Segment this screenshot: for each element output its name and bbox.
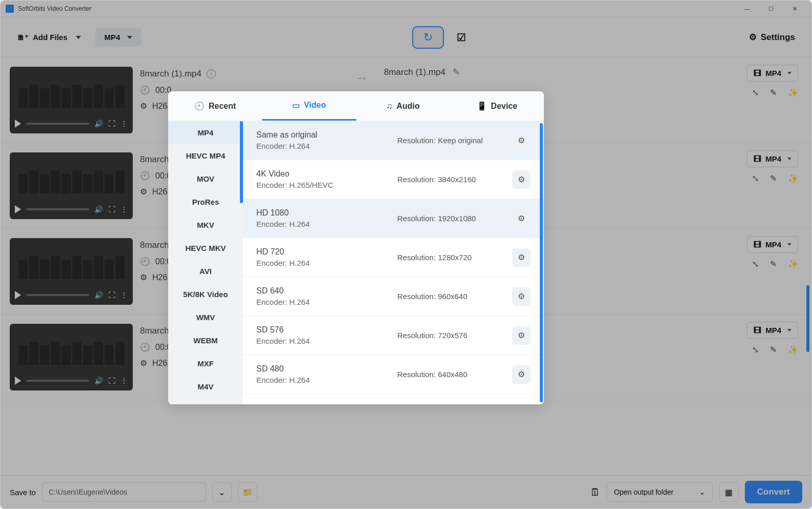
preset-encoder: Encoder: H.265/HEVC [256, 181, 390, 189]
preset-title: SD 640 [256, 286, 390, 296]
preset-title: SD 480 [256, 364, 390, 374]
video-icon: ▭ [292, 101, 300, 110]
format-category[interactable]: HEVC MKV [168, 237, 243, 260]
tab-video[interactable]: ▭ Video [262, 91, 356, 121]
preset-item[interactable]: Same as original Encoder: H.264 Resoluti… [243, 121, 544, 160]
format-category[interactable]: ProRes [168, 190, 243, 213]
format-category[interactable]: MKV [168, 213, 243, 237]
preset-resolution: Resolution: 640x480 [397, 370, 505, 379]
tab-device-label: Device [491, 102, 518, 111]
format-categories: MP4HEVC MP4MOVProResMKVHEVC MKVAVI5K/8K … [168, 121, 243, 404]
gear-icon: ⚙ [518, 135, 525, 145]
format-category[interactable]: MP4 [168, 121, 243, 144]
modal-tabs: 🕘 Recent ▭ Video ♫ Audio 📱 Device [168, 91, 544, 121]
gear-icon: ⚙ [518, 213, 525, 223]
format-category[interactable]: MOV [168, 167, 243, 190]
gear-icon: ⚙ [518, 252, 525, 262]
preset-title: HD 720 [256, 247, 390, 257]
tab-recent[interactable]: 🕘 Recent [168, 91, 262, 121]
preset-settings-button[interactable]: ⚙ [512, 248, 531, 267]
preset-title: SD 576 [256, 325, 390, 335]
preset-encoder: Encoder: H.264 [256, 259, 390, 267]
gear-icon: ⚙ [518, 291, 525, 301]
preset-title: 4K Video [256, 169, 390, 179]
preset-resolution: Resolution: Keep original [397, 136, 505, 145]
preset-title: Same as original [256, 130, 390, 140]
preset-settings-button[interactable]: ⚙ [512, 209, 531, 228]
preset-settings-button[interactable]: ⚙ [512, 326, 531, 345]
tab-video-label: Video [304, 101, 326, 110]
music-icon: ♫ [386, 102, 392, 111]
format-category[interactable]: XVID [168, 398, 243, 404]
format-category[interactable]: HEVC MP4 [168, 144, 243, 167]
gear-icon: ⚙ [518, 330, 525, 340]
preset-scrollbar[interactable] [540, 123, 543, 402]
device-icon: 📱 [477, 101, 487, 111]
format-category[interactable]: WEBM [168, 329, 243, 352]
preset-resolution: Resolution: 720x576 [397, 331, 505, 340]
preset-item[interactable]: HD 720 Encoder: H.264 Resolution: 1280x7… [243, 238, 544, 277]
format-category[interactable]: AVI [168, 260, 243, 283]
preset-settings-button[interactable]: ⚙ [512, 170, 531, 189]
preset-resolution: Resolution: 3840x2160 [397, 175, 505, 184]
preset-title: HD 1080 [256, 208, 390, 218]
preset-settings-button[interactable]: ⚙ [512, 287, 531, 306]
format-category[interactable]: MXF [168, 352, 243, 375]
format-modal: 🕘 Recent ▭ Video ♫ Audio 📱 Device MP4HEV… [168, 91, 544, 404]
gear-icon: ⚙ [518, 174, 525, 184]
preset-encoder: Encoder: H.264 [256, 220, 390, 228]
gear-icon: ⚙ [518, 369, 525, 379]
preset-item[interactable]: SD 640 Encoder: H.264 Resolution: 960x64… [243, 277, 544, 316]
preset-encoder: Encoder: H.264 [256, 337, 390, 345]
preset-resolution: Resolution: 1280x720 [397, 253, 505, 262]
tab-recent-label: Recent [209, 102, 236, 111]
preset-item[interactable]: 4K Video Encoder: H.265/HEVC Resolution:… [243, 160, 544, 199]
preset-encoder: Encoder: H.264 [256, 376, 390, 384]
preset-item[interactable]: HD 1080 Encoder: H.264 Resolution: 1920x… [243, 199, 544, 238]
preset-encoder: Encoder: H.264 [256, 142, 390, 150]
format-category[interactable]: WMV [168, 306, 243, 329]
preset-encoder: Encoder: H.264 [256, 298, 390, 306]
preset-item[interactable]: SD 480 Encoder: H.264 Resolution: 640x48… [243, 355, 544, 394]
preset-settings-button[interactable]: ⚙ [512, 365, 531, 384]
tab-audio[interactable]: ♫ Audio [356, 91, 450, 121]
tab-device[interactable]: 📱 Device [450, 91, 544, 121]
preset-settings-button[interactable]: ⚙ [512, 131, 531, 150]
preset-list: Same as original Encoder: H.264 Resoluti… [243, 121, 544, 404]
preset-resolution: Resolution: 1920x1080 [397, 214, 505, 223]
preset-item[interactable]: SD 576 Encoder: H.264 Resolution: 720x57… [243, 316, 544, 355]
clock-icon: 🕘 [194, 101, 205, 111]
tab-audio-label: Audio [396, 102, 419, 111]
preset-resolution: Resolution: 960x640 [397, 292, 505, 301]
format-category[interactable]: 5K/8K Video [168, 283, 243, 306]
app-window: SoftOrbits Video Converter — ☐ ✕ 🗎⁺ Add … [0, 0, 812, 509]
modal-body: MP4HEVC MP4MOVProResMKVHEVC MKVAVI5K/8K … [168, 121, 544, 404]
format-category[interactable]: M4V [168, 375, 243, 398]
